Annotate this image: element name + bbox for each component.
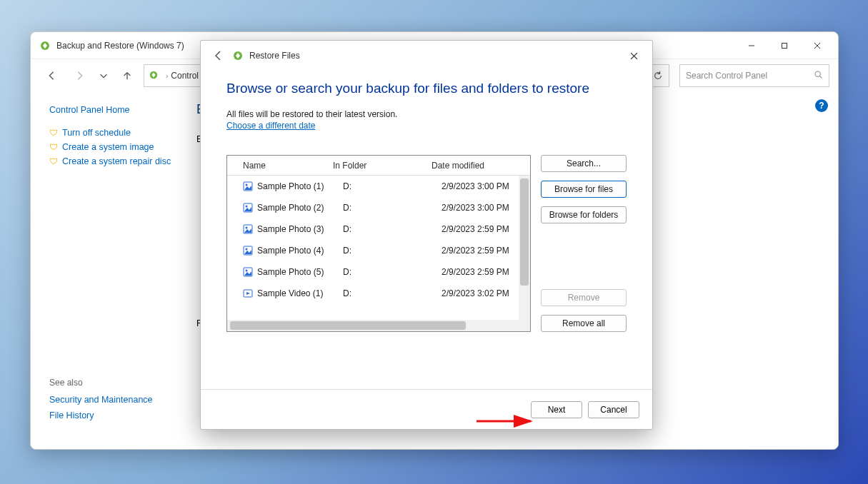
- search-placeholder: Search Control Panel: [686, 71, 767, 81]
- cp-sidebar: Control Panel Home 🛡 Turn off schedule 🛡…: [31, 92, 179, 449]
- control-panel-home-link[interactable]: Control Panel Home: [49, 105, 172, 115]
- help-icon[interactable]: ?: [815, 99, 828, 112]
- browse-for-folders-button[interactable]: Browse for folders: [541, 206, 627, 223]
- svg-point-14: [246, 206, 248, 208]
- column-date-modified[interactable]: Date modified: [431, 161, 530, 171]
- file-list-header: Name In Folder Date modified: [227, 156, 530, 176]
- wizard-title: Restore Files: [249, 51, 619, 61]
- restore-files-wizard: Restore Files Browse or search your back…: [200, 40, 653, 430]
- file-list[interactable]: Name In Folder Date modified Sample Phot…: [226, 155, 531, 332]
- table-row[interactable]: Sample Video (1)D:2/9/2023 3:02 PM: [227, 283, 530, 304]
- svg-point-12: [246, 184, 248, 186]
- breadcrumb-root-icon: [149, 70, 159, 82]
- shield-icon: 🛡: [49, 156, 58, 166]
- file-date: 2/9/2023 2:59 PM: [442, 246, 530, 256]
- chevron-right-icon: ›: [166, 72, 168, 80]
- file-list-rows: Sample Photo (1)D:2/9/2023 3:00 PMSample…: [227, 176, 530, 320]
- file-folder: D:: [343, 224, 442, 234]
- table-row[interactable]: Sample Photo (3)D:2/9/2023 2:59 PM: [227, 218, 530, 240]
- file-folder: D:: [343, 181, 442, 191]
- wizard-side-buttons: Search... Browse for files Browse for fo…: [541, 155, 627, 332]
- browse-for-files-button[interactable]: Browse for files: [541, 181, 627, 198]
- svg-point-18: [246, 248, 248, 251]
- recent-locations-button[interactable]: [96, 64, 111, 88]
- svg-point-20: [246, 270, 248, 272]
- table-row[interactable]: Sample Photo (4)D:2/9/2023 2:59 PM: [227, 240, 530, 261]
- svg-rect-2: [782, 43, 787, 48]
- remove-all-button[interactable]: Remove all: [541, 315, 627, 332]
- file-date: 2/9/2023 2:59 PM: [442, 267, 530, 277]
- video-file-icon: [243, 288, 253, 298]
- file-folder: D:: [343, 246, 442, 256]
- wizard-heading: Browse or search your backup for files a…: [226, 81, 627, 96]
- image-file-icon: [243, 224, 253, 234]
- nav-forward-button[interactable]: [68, 64, 92, 88]
- see-also-security[interactable]: Security and Maintenance: [49, 395, 172, 405]
- wizard-close-button[interactable]: [619, 44, 648, 67]
- file-name: Sample Photo (4): [257, 246, 343, 256]
- file-folder: D:: [343, 267, 442, 277]
- svg-line-7: [820, 76, 822, 79]
- svg-point-6: [815, 71, 820, 76]
- image-file-icon: [243, 246, 253, 256]
- file-date: 2/9/2023 3:00 PM: [442, 181, 530, 191]
- wizard-footer: Next Cancel: [201, 389, 652, 429]
- minimize-button[interactable]: [735, 35, 768, 56]
- file-date: 2/9/2023 3:00 PM: [442, 203, 530, 213]
- remove-button: Remove: [541, 289, 627, 306]
- shield-icon: 🛡: [49, 142, 58, 152]
- file-date: 2/9/2023 2:59 PM: [442, 224, 530, 234]
- nav-back-button[interactable]: [39, 64, 64, 88]
- file-folder: D:: [343, 288, 442, 298]
- search-button[interactable]: Search...: [541, 155, 627, 172]
- table-row[interactable]: Sample Photo (1)D:2/9/2023 3:00 PM: [227, 176, 530, 197]
- column-name[interactable]: Name: [243, 161, 333, 171]
- shield-icon: 🛡: [49, 128, 58, 138]
- backup-restore-icon: [39, 40, 51, 51]
- table-row[interactable]: Sample Photo (5)D:2/9/2023 2:59 PM: [227, 261, 530, 283]
- file-name: Sample Photo (2): [257, 203, 343, 213]
- see-also-file-history[interactable]: File History: [49, 410, 172, 420]
- next-button[interactable]: Next: [531, 401, 582, 418]
- close-button[interactable]: [801, 35, 834, 56]
- file-name: Sample Photo (1): [257, 181, 343, 191]
- maximize-button[interactable]: [768, 35, 801, 56]
- image-file-icon: [243, 203, 253, 213]
- cancel-button[interactable]: Cancel: [588, 401, 639, 418]
- scrollbar-thumb[interactable]: [520, 178, 529, 286]
- file-date: 2/9/2023 3:02 PM: [442, 288, 530, 298]
- sidebar-item-create-system-image[interactable]: Create a system image: [62, 142, 154, 152]
- image-file-icon: [243, 181, 253, 191]
- sidebar-item-turn-off-schedule[interactable]: Turn off schedule: [62, 128, 131, 138]
- image-file-icon: [243, 267, 253, 277]
- scrollbar-thumb[interactable]: [230, 321, 466, 330]
- vertical-scrollbar[interactable]: [519, 176, 530, 320]
- file-name: Sample Video (1): [257, 288, 343, 298]
- table-row[interactable]: Sample Photo (2)D:2/9/2023 3:00 PM: [227, 197, 530, 218]
- wizard-back-button[interactable]: [208, 46, 228, 66]
- file-name: Sample Photo (3): [257, 224, 343, 234]
- search-icon: [814, 70, 823, 81]
- file-name: Sample Photo (5): [257, 267, 343, 277]
- sidebar-item-create-repair-disc[interactable]: Create a system repair disc: [62, 156, 171, 166]
- nav-up-button[interactable]: [115, 64, 139, 88]
- wizard-titlebar: Restore Files: [201, 41, 652, 71]
- file-folder: D:: [343, 203, 442, 213]
- column-in-folder[interactable]: In Folder: [333, 161, 431, 171]
- see-also-header: See also: [49, 378, 172, 388]
- horizontal-scrollbar[interactable]: [227, 320, 530, 331]
- choose-different-date-link[interactable]: Choose a different date: [226, 121, 627, 131]
- search-input[interactable]: Search Control Panel: [679, 64, 829, 87]
- svg-point-16: [246, 227, 248, 229]
- wizard-description: All files will be restored to their late…: [226, 109, 627, 119]
- restore-files-icon: [232, 50, 244, 61]
